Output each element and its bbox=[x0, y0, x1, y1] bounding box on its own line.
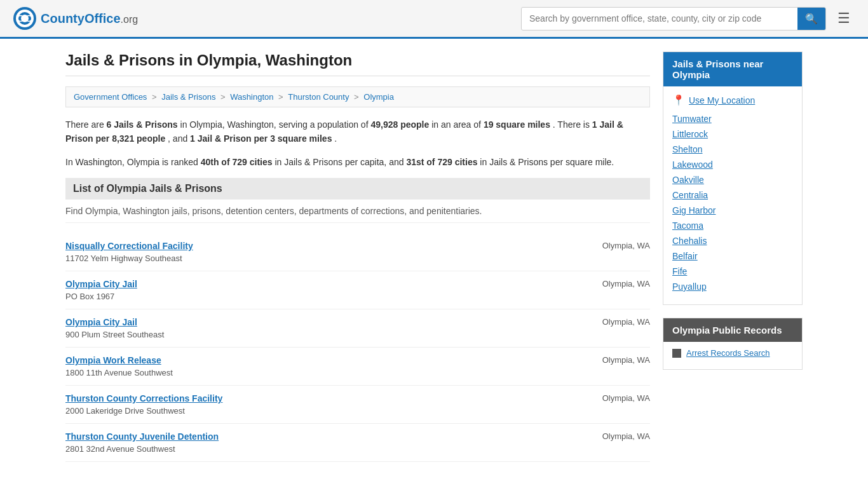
count-bold: 6 Jails & Prisons bbox=[107, 119, 178, 130]
nearby-city-item: Fife bbox=[672, 266, 793, 276]
nearby-city-link[interactable]: Centralia bbox=[672, 190, 708, 200]
description-paragraph-1: There are 6 Jails & Prisons in Olympia, … bbox=[65, 118, 650, 146]
desc-and: , and bbox=[168, 133, 190, 144]
breadcrumb-gov-offices[interactable]: Government Offices bbox=[74, 92, 147, 102]
nearby-city-link[interactable]: Oakville bbox=[672, 175, 704, 185]
facility-info: Olympia Work Release 1800 11th Avenue So… bbox=[65, 355, 173, 377]
nearby-cities-list: TumwaterLittlerockSheltonLakewoodOakvill… bbox=[672, 114, 793, 292]
breadcrumb-sep-2: > bbox=[220, 92, 227, 102]
nearby-city-link[interactable]: Lakewood bbox=[672, 159, 713, 170]
facility-address: 11702 Yelm Highway Southeast bbox=[65, 254, 182, 263]
desc-line2-mid: in Jails & Prisons per capita, and bbox=[275, 157, 406, 167]
facility-location: Olympia, WA bbox=[590, 393, 650, 403]
per-sq-bold: 1 Jail & Prison per 3 square miles bbox=[190, 133, 332, 144]
nearby-city-link[interactable]: Tumwater bbox=[672, 114, 712, 124]
logo-icon bbox=[13, 6, 37, 30]
arrest-records-item: Arrest Records Search bbox=[672, 348, 793, 358]
facility-address: 2000 Lakeridge Drive Southwest bbox=[65, 406, 185, 416]
arrest-records-link[interactable]: Arrest Records Search bbox=[686, 348, 770, 358]
breadcrumb-olympia[interactable]: Olympia bbox=[363, 92, 394, 102]
facility-info: Thurston County Juvenile Detention 2801 … bbox=[65, 431, 219, 454]
facility-location: Olympia, WA bbox=[590, 241, 650, 250]
nearby-city-item: Lakewood bbox=[672, 159, 793, 170]
facility-item: Olympia City Jail PO Box 1967 Olympia, W… bbox=[65, 271, 650, 309]
facility-info: Olympia City Jail 900 Plum Street Southe… bbox=[65, 317, 164, 339]
logo-text: CountyOffice.org bbox=[41, 11, 138, 26]
desc-line2-suffix: in Jails & Prisons per square mile. bbox=[480, 157, 614, 167]
logo-org: .org bbox=[121, 14, 139, 25]
nearby-box: Jails & Prisons near Olympia 📍 Use My Lo… bbox=[663, 51, 803, 305]
nearby-city-link[interactable]: Fife bbox=[672, 266, 687, 276]
public-records-content: Arrest Records Search bbox=[663, 342, 802, 369]
breadcrumb-thurston[interactable]: Thurston County bbox=[288, 92, 349, 102]
nearby-city-item: Tumwater bbox=[672, 114, 793, 124]
breadcrumb-sep-1: > bbox=[152, 92, 159, 102]
nearby-city-item: Belfair bbox=[672, 251, 793, 261]
facility-item: Thurston County Corrections Facility 200… bbox=[65, 386, 650, 424]
nearby-city-item: Centralia bbox=[672, 190, 793, 200]
facility-item: Olympia City Jail 900 Plum Street Southe… bbox=[65, 309, 650, 348]
desc-end: . bbox=[334, 133, 337, 144]
breadcrumb: Government Offices > Jails & Prisons > W… bbox=[65, 86, 650, 107]
nearby-city-link[interactable]: Gig Harbor bbox=[672, 205, 715, 215]
nearby-city-link[interactable]: Puyallup bbox=[672, 281, 707, 292]
page-title: Jails & Prisons in Olympia, Washington bbox=[65, 51, 650, 76]
facility-item: Thurston County Juvenile Detention 2801 … bbox=[65, 424, 650, 462]
facility-name-link[interactable]: Olympia City Jail bbox=[65, 279, 137, 289]
nearby-city-item: Oakville bbox=[672, 175, 793, 185]
population-bold: 49,928 people bbox=[370, 119, 429, 130]
facility-location: Olympia, WA bbox=[590, 279, 650, 288]
facility-info: Olympia City Jail PO Box 1967 bbox=[65, 279, 137, 301]
facility-location: Olympia, WA bbox=[590, 317, 650, 327]
nearby-city-link[interactable]: Belfair bbox=[672, 251, 698, 261]
logo-area: CountyOffice.org bbox=[13, 6, 138, 30]
search-box: 🔍 bbox=[521, 7, 826, 30]
nearby-content: 📍 Use My Location TumwaterLittlerockShel… bbox=[663, 86, 802, 304]
list-section-desc: Find Olympia, Washington jails, prisons,… bbox=[65, 206, 650, 223]
facility-address: 900 Plum Street Southeast bbox=[65, 330, 164, 339]
public-records-header: Olympia Public Records bbox=[663, 318, 802, 342]
search-input[interactable] bbox=[522, 8, 797, 29]
hamburger-menu-button[interactable]: ☰ bbox=[832, 8, 855, 29]
nearby-city-item: Tacoma bbox=[672, 220, 793, 231]
nearby-city-link[interactable]: Shelton bbox=[672, 144, 702, 154]
site-header: CountyOffice.org 🔍 ☰ bbox=[0, 0, 868, 39]
facility-name-link[interactable]: Olympia City Jail bbox=[65, 317, 164, 327]
desc-mid1: in Olympia, Washington, serving a popula… bbox=[180, 119, 371, 130]
rank2-bold: 31st of 729 cities bbox=[406, 157, 477, 167]
main-container: Jails & Prisons in Olympia, Washington G… bbox=[53, 39, 815, 475]
use-my-location-link[interactable]: Use My Location bbox=[689, 95, 755, 105]
description-paragraph-2: In Washington, Olympia is ranked 40th of… bbox=[65, 155, 650, 169]
facility-name-link[interactable]: Thurston County Corrections Facility bbox=[65, 393, 222, 403]
breadcrumb-sep-3: > bbox=[278, 92, 285, 102]
breadcrumb-washington[interactable]: Washington bbox=[230, 92, 273, 102]
facility-item: Nisqually Correctional Facility 11702 Ye… bbox=[65, 233, 650, 271]
area-bold: 19 square miles bbox=[484, 119, 550, 130]
search-button[interactable]: 🔍 bbox=[797, 8, 825, 30]
desc-mid2: in an area of bbox=[431, 119, 484, 130]
facility-address: 1800 11th Avenue Southwest bbox=[65, 368, 173, 377]
facility-address: 2801 32nd Avenue Southwest bbox=[65, 444, 175, 454]
facility-name-link[interactable]: Thurston County Juvenile Detention bbox=[65, 431, 219, 442]
facility-list: Nisqually Correctional Facility 11702 Ye… bbox=[65, 233, 650, 462]
facility-address: PO Box 1967 bbox=[65, 292, 114, 301]
breadcrumb-jails[interactable]: Jails & Prisons bbox=[161, 92, 215, 102]
facility-name-link[interactable]: Olympia Work Release bbox=[65, 355, 173, 365]
facility-location: Olympia, WA bbox=[590, 355, 650, 365]
nearby-city-item: Gig Harbor bbox=[672, 205, 793, 215]
breadcrumb-sep-4: > bbox=[354, 92, 361, 102]
record-icon bbox=[672, 349, 681, 358]
nearby-header: Jails & Prisons near Olympia bbox=[663, 52, 802, 86]
content-area: Jails & Prisons in Olympia, Washington G… bbox=[65, 51, 650, 462]
sidebar: Jails & Prisons near Olympia 📍 Use My Lo… bbox=[663, 51, 803, 462]
facility-info: Nisqually Correctional Facility 11702 Ye… bbox=[65, 241, 193, 263]
facility-info: Thurston County Corrections Facility 200… bbox=[65, 393, 222, 416]
header-right: 🔍 ☰ bbox=[521, 7, 855, 30]
facility-name-link[interactable]: Nisqually Correctional Facility bbox=[65, 241, 193, 251]
nearby-city-link[interactable]: Tacoma bbox=[672, 220, 703, 231]
list-section-header: List of Olympia Jails & Prisons bbox=[65, 178, 650, 200]
nearby-city-link[interactable]: Chehalis bbox=[672, 236, 707, 246]
nearby-city-item: Littlerock bbox=[672, 129, 793, 139]
nearby-city-item: Shelton bbox=[672, 144, 793, 154]
nearby-city-link[interactable]: Littlerock bbox=[672, 129, 708, 139]
